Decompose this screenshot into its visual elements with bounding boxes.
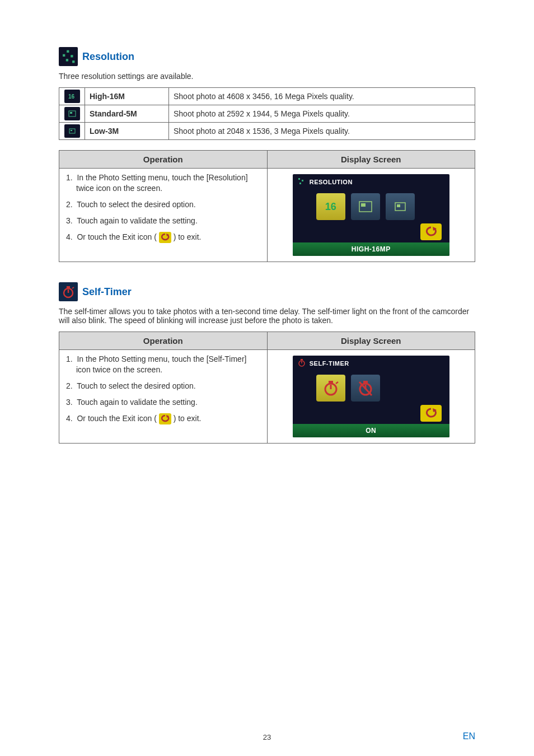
operation-cell: 1. In the Photo Setting menu, touch the … [59,350,268,444]
table-row: 16 High-16M Shoot photo at 4608 x 3456, … [59,88,475,105]
display-screen-header: Display Screen [267,332,475,350]
screen-header-label: RESOLUTION [310,179,353,185]
step-text: Touch to select the desired option. [77,381,195,390]
resolution-row-desc: Shoot photo at 4608 x 3456, 16 Mega Pixe… [169,88,475,105]
operation-step: 2. Touch to select the desired option. [66,199,261,210]
resolution-title: Resolution [82,51,134,63]
self-timer-icon [59,282,78,301]
step-text: Or touch the Exit icon ( [77,414,156,423]
screen-header: SELF-TIMER [293,356,449,371]
operation-header: Operation [59,332,268,350]
resolution-icon [59,47,78,66]
step-text: In the Photo Setting menu, touch the [Se… [76,354,246,374]
operation-step: 1. In the Photo Setting menu, touch the … [66,172,261,194]
option-standard[interactable] [351,193,380,220]
svg-rect-20 [301,359,303,360]
screen-exit-button[interactable] [420,405,442,422]
table-row: Low-3M Shoot photo at 2048 x 1536, 3 Meg… [59,123,475,140]
operation-step: 3. Touch again to validate the setting. [66,397,261,408]
svg-rect-22 [329,381,333,383]
operation-step: 2. Touch to select the desired option. [66,381,261,391]
option-selected[interactable]: 16 [316,193,345,220]
svg-rect-2 [71,55,73,57]
operation-step: 3. Touch again to validate the setting. [66,216,261,226]
display-screen-header: Display Screen [267,151,475,169]
svg-rect-0 [67,50,69,53]
screen-header-icon [297,358,306,368]
step-text: ) to exit. [174,414,202,423]
display-screen-cell: RESOLUTION 16 HIGH-16MP [267,169,475,262]
option-off[interactable] [351,375,380,402]
resolution-row-icon [59,105,85,123]
operation-header: Operation [59,151,268,169]
resolution-intro: Three resolution settings are available. [59,72,475,81]
screen-header: RESOLUTION [293,174,449,190]
step-text: Touch to select the desired option. [77,200,195,209]
resolution-row-desc: Shoot photo at 2048 x 1536, 3 Mega Pixel… [169,123,475,140]
svg-rect-9 [71,130,72,131]
resolution-operation-table: Operation Display Screen 1. In the Photo… [59,150,475,262]
step-text: Touch again to validate the setting. [77,398,198,407]
svg-rect-1 [63,54,65,57]
selftimer-title: Self-Timer [82,286,132,298]
resolution-row-icon: 16 [59,88,85,105]
svg-text:16: 16 [68,94,75,100]
exit-icon [159,232,171,243]
svg-rect-24 [363,381,368,383]
svg-rect-10 [298,178,300,180]
screen-header-icon [297,177,306,187]
selftimer-intro: The self-timer allows you to take photos… [59,307,475,325]
selftimer-operation-table: Operation Display Screen 1. In the Photo… [59,332,475,444]
res-3-icon [64,124,80,138]
option-on[interactable] [316,375,345,402]
screen-exit-button[interactable] [420,223,442,240]
svg-rect-7 [70,112,72,114]
operation-step: 4. Or touch the Exit icon ( ) to exit. [66,232,261,243]
resolution-row-name: High-16M [85,88,169,105]
resolution-row-desc: Shoot photo at 2592 x 1944, 5 Mega Pixel… [169,105,475,123]
resolution-table: 16 High-16M Shoot photo at 4608 x 3456, … [59,87,475,140]
svg-rect-12 [299,183,301,184]
step-text: ) to exit. [174,232,202,241]
svg-rect-18 [67,286,70,288]
option-low[interactable] [386,193,415,220]
page-number: 23 [0,733,534,741]
selftimer-section-header: Self-Timer [59,282,475,301]
screen-footer: ON [293,424,449,437]
resolution-screen-mockup: RESOLUTION 16 HIGH-16MP [293,174,449,256]
svg-rect-4 [72,60,74,63]
resolution-row-icon [59,123,85,140]
screen-header-label: SELF-TIMER [310,360,349,367]
res-16-icon: 16 [64,90,80,103]
operation-cell: 1. In the Photo Setting menu, touch the … [59,169,268,262]
svg-rect-14 [361,203,366,207]
option-label: 16 [325,201,336,213]
operation-step: 4. Or touch the Exit icon ( ) to exit. [66,413,261,424]
step-text: Touch again to validate the setting. [77,216,198,225]
res-5-icon [64,107,80,120]
resolution-row-name: Standard-5M [85,105,169,123]
exit-icon [159,413,171,424]
display-screen-cell: SELF-TIMER ON [267,350,475,444]
svg-rect-16 [397,204,400,207]
svg-rect-11 [302,180,303,181]
screen-footer: HIGH-16MP [293,242,449,256]
operation-step: 1. In the Photo Setting menu, touch the … [66,354,261,375]
table-row: Standard-5M Shoot photo at 2592 x 1944, … [59,105,475,123]
resolution-row-name: Low-3M [85,123,169,140]
svg-rect-3 [66,59,68,61]
language-label: EN [463,731,475,741]
resolution-section-header: Resolution [59,47,475,66]
step-text: Or touch the Exit icon ( [77,232,156,241]
step-text: In the Photo Setting menu, touch the [Re… [76,173,248,193]
selftimer-screen-mockup: SELF-TIMER ON [293,356,449,437]
